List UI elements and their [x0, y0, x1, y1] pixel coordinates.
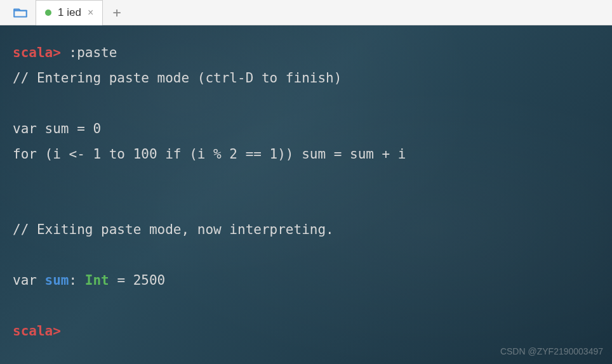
tab-bar: 1 ied × + [0, 0, 612, 25]
close-icon[interactable]: × [88, 7, 93, 18]
blank-line [13, 294, 599, 319]
terminal-line: scala> [13, 319, 599, 344]
blank-line [13, 192, 599, 218]
terminal-line: // Exiting paste mode, now interpreting. [13, 218, 599, 243]
paste-command: :paste [69, 45, 117, 60]
add-tab-button[interactable]: + [107, 3, 127, 23]
scala-prompt: scala> [13, 323, 61, 339]
terminal-line: for (i <- 1 to 100 if (i % 2 == 1)) sum … [13, 142, 599, 167]
result-type: Int [85, 273, 109, 288]
modified-dot-icon [45, 10, 51, 16]
terminal[interactable]: scala> :paste // Entering paste mode (ct… [0, 25, 612, 364]
folder-open-icon[interactable] [10, 3, 30, 23]
terminal-line: scala> :paste [13, 41, 599, 66]
scala-prompt: scala> [13, 45, 61, 60]
blank-line [13, 91, 599, 117]
tab-label: 1 ied [58, 6, 81, 19]
terminal-line: // Entering paste mode (ctrl-D to finish… [13, 66, 599, 91]
blank-line [13, 167, 599, 192]
terminal-line: var sum: Int = 2500 [13, 268, 599, 294]
watermark: CSDN @ZYF2190003497 [500, 343, 603, 360]
terminal-line: var sum = 0 [13, 117, 599, 142]
tab-file[interactable]: 1 ied × [36, 0, 103, 25]
result-var: sum [45, 273, 69, 288]
blank-line [13, 243, 599, 268]
